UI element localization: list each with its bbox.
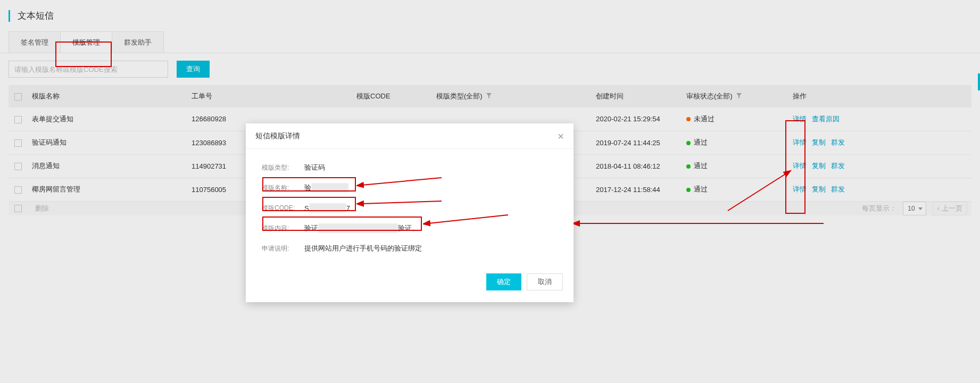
- field-content: 模版内容: 验证验证。: [262, 219, 558, 237]
- field-name: 模版名称: 验: [262, 179, 558, 197]
- close-icon[interactable]: ×: [558, 131, 564, 141]
- redacted: [311, 183, 348, 193]
- cancel-button[interactable]: 取消: [527, 273, 563, 290]
- value-desc: 提供网站用户进行手机号码的验证绑定: [304, 244, 422, 253]
- label-content: 模版内容:: [262, 224, 304, 233]
- field-desc: 申请说明: 提供网站用户进行手机号码的验证绑定: [262, 239, 558, 257]
- field-code: 模版CODE: S7: [262, 199, 558, 217]
- label-name: 模版名称:: [262, 184, 304, 193]
- modal-header: 短信模版详情 ×: [246, 123, 574, 149]
- modal-title: 短信模版详情: [255, 131, 300, 141]
- content-suffix: 验证。: [398, 223, 419, 233]
- label-type: 模版类型:: [262, 163, 304, 172]
- value-content: 验证验证。: [304, 223, 419, 233]
- redacted: [318, 223, 398, 233]
- ok-button[interactable]: 确定: [486, 273, 521, 290]
- label-desc: 申请说明:: [262, 244, 304, 253]
- redacted: [309, 203, 346, 213]
- value-code: S7: [304, 203, 350, 213]
- content-prefix: 验证: [304, 223, 318, 233]
- template-detail-modal: 短信模版详情 × 模版类型: 验证码 模版名称: 验 模版CODE: S7 模版…: [246, 123, 574, 302]
- code-prefix: S: [304, 204, 309, 212]
- modal-body: 模版类型: 验证码 模版名称: 验 模版CODE: S7 模版内容: 验证验证。…: [246, 149, 574, 265]
- code-suffix: 7: [346, 204, 350, 212]
- field-type: 模版类型: 验证码: [262, 159, 558, 177]
- label-code: 模版CODE:: [262, 204, 304, 213]
- modal-footer: 确定 取消: [246, 265, 574, 302]
- name-prefix: 验: [304, 183, 311, 193]
- value-name: 验: [304, 183, 348, 193]
- value-type: 验证码: [304, 163, 325, 172]
